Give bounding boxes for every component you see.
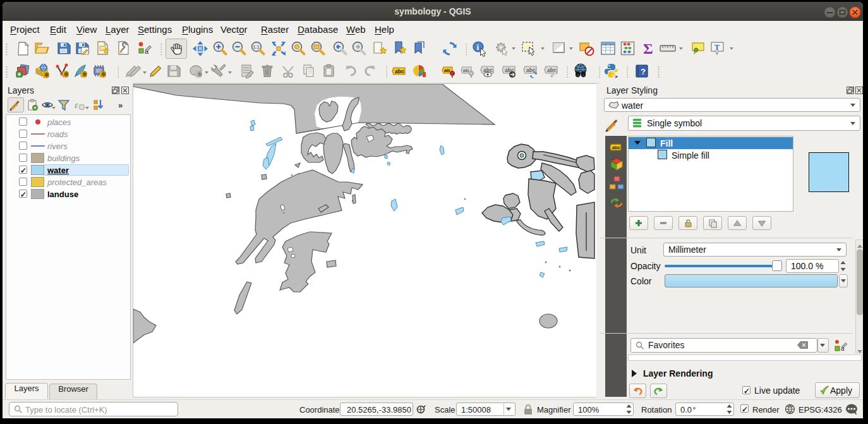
svg-text:Σ: Σ (643, 40, 653, 57)
svg-text:T: T (714, 43, 720, 52)
svg-text:✱: ✱ (197, 71, 203, 78)
svg-text:i: i (477, 42, 479, 52)
svg-text:✱: ✱ (82, 71, 88, 78)
svg-text:1:1: 1:1 (253, 44, 260, 50)
svg-text:?: ? (641, 67, 646, 76)
svg-text:✱: ✱ (101, 71, 107, 78)
svg-text:abc: abc (612, 145, 620, 150)
svg-text:abc: abc (395, 68, 404, 75)
svg-text:✱: ✱ (44, 71, 50, 78)
svg-text:ab: ab (463, 68, 469, 73)
svg-text:ε: ε (75, 100, 78, 110)
svg-text:ab: ab (444, 68, 450, 73)
svg-text:✱: ✱ (64, 71, 69, 78)
